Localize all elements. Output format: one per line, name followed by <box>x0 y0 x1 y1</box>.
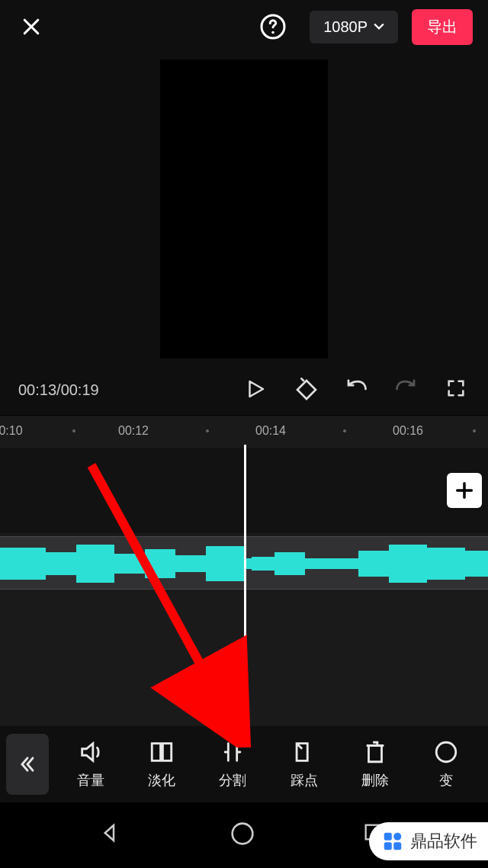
export-button[interactable]: 导出 <box>412 9 473 45</box>
svg-rect-5 <box>76 545 114 583</box>
ruler-label: 00:14 <box>255 424 286 438</box>
svg-rect-14 <box>389 545 427 583</box>
brand-watermark: 鼎品软件 <box>369 822 488 860</box>
close-button[interactable] <box>19 14 43 39</box>
beat-icon <box>291 739 317 765</box>
resolution-label: 1080P <box>323 18 368 36</box>
tool-label: 删除 <box>361 771 389 789</box>
svg-rect-23 <box>384 833 392 841</box>
time-ruler[interactable]: 0:1000:1200:1400:16 <box>0 416 488 446</box>
timeline[interactable]: 0:1000:1200:1400:16 <box>0 415 488 728</box>
svg-rect-13 <box>358 551 389 577</box>
svg-rect-15 <box>427 548 465 580</box>
resolution-selector[interactable]: 1080P <box>310 11 398 43</box>
tool-volume[interactable]: 音量 <box>55 739 126 789</box>
split-icon <box>220 739 246 765</box>
tool-label: 踩点 <box>291 771 318 789</box>
ruler-tick <box>72 429 75 432</box>
undo-button[interactable] <box>345 378 369 402</box>
svg-rect-25 <box>384 842 392 850</box>
svg-rect-7 <box>145 549 175 578</box>
speed-icon <box>433 739 459 765</box>
svg-rect-12 <box>305 558 351 569</box>
svg-rect-8 <box>175 555 206 572</box>
tool-beat[interactable]: 踩点 <box>268 739 339 789</box>
svg-rect-6 <box>114 554 145 574</box>
tool-label: 音量 <box>77 771 104 789</box>
ruler-label: 00:16 <box>393 424 423 438</box>
svg-point-21 <box>233 824 253 844</box>
svg-rect-10 <box>252 557 274 571</box>
svg-rect-18 <box>152 744 160 761</box>
keyframe-button[interactable] <box>294 378 319 402</box>
fade-icon <box>149 739 175 765</box>
svg-rect-26 <box>393 842 401 850</box>
tool-split[interactable]: 分割 <box>197 739 268 789</box>
tool-label: 变 <box>439 771 453 789</box>
ruler-label: 0:10 <box>0 424 23 438</box>
svg-rect-19 <box>162 744 171 761</box>
svg-point-24 <box>393 833 401 841</box>
redo-button[interactable] <box>395 378 419 402</box>
timecode: 00:13/00:19 <box>18 381 99 399</box>
ruler-tick <box>206 429 209 432</box>
ruler-tick <box>473 429 476 432</box>
volume-icon <box>78 739 104 765</box>
ruler-label: 00:12 <box>118 424 149 438</box>
tool-fade[interactable]: 淡化 <box>126 739 197 789</box>
tool-delete[interactable]: 删除 <box>339 739 410 789</box>
help-icon[interactable] <box>259 13 287 40</box>
svg-point-20 <box>437 742 457 762</box>
collapse-toolbar-button[interactable] <box>6 734 49 795</box>
fullscreen-button[interactable] <box>445 378 470 402</box>
svg-rect-4 <box>46 552 76 575</box>
tool-speed[interactable]: 变 <box>411 739 482 789</box>
svg-rect-11 <box>274 552 305 575</box>
svg-rect-16 <box>465 551 488 577</box>
svg-rect-3 <box>0 548 46 580</box>
svg-point-1 <box>271 31 274 34</box>
delete-icon <box>362 739 388 765</box>
tool-label: 分割 <box>219 771 246 789</box>
tool-label: 淡化 <box>148 771 175 789</box>
nav-home-icon[interactable] <box>230 821 258 849</box>
add-clip-button[interactable] <box>447 473 482 508</box>
chevron-down-icon <box>374 23 384 31</box>
preview-area <box>0 53 488 365</box>
video-canvas[interactable] <box>160 59 328 358</box>
ruler-tick <box>343 429 346 432</box>
play-button[interactable] <box>244 378 268 402</box>
svg-rect-9 <box>206 546 244 581</box>
nav-back-icon[interactable] <box>98 821 126 849</box>
playhead[interactable] <box>244 445 246 715</box>
